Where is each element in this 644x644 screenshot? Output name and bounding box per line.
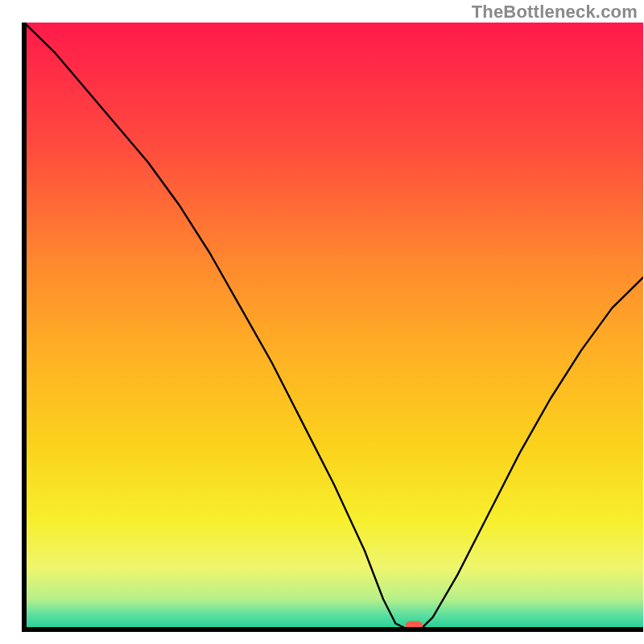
chart-container: TheBottleneck.com (0, 0, 644, 644)
bottleneck-chart (0, 0, 644, 644)
plot-area (22, 23, 643, 632)
gradient-background (24, 23, 643, 630)
watermark-text: TheBottleneck.com (472, 2, 638, 23)
